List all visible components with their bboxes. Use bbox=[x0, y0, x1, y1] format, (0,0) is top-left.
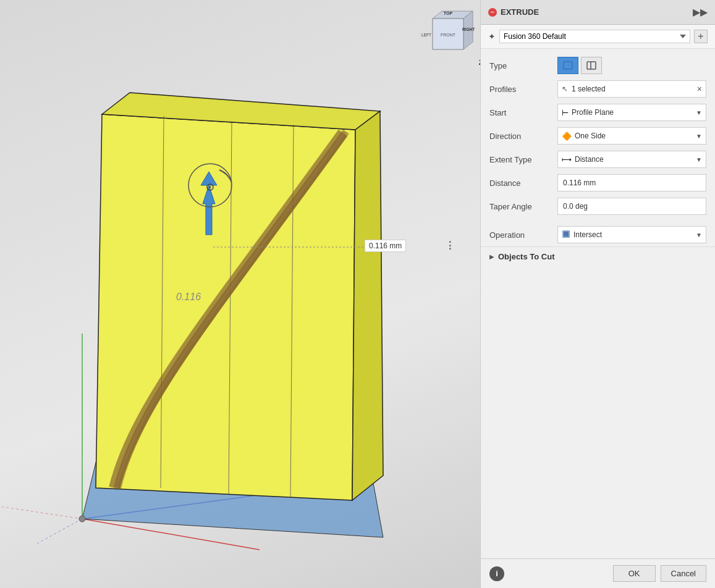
svg-point-19 bbox=[79, 516, 85, 522]
start-dropdown[interactable]: ⊢ Profile Plane ▼ bbox=[557, 104, 706, 121]
profiles-label: Profiles bbox=[489, 85, 557, 94]
svg-text:RIGHT: RIGHT bbox=[462, 27, 475, 32]
extent-type-control: ⟼ Distance ▼ bbox=[557, 151, 706, 168]
type-label: Type bbox=[489, 61, 557, 70]
start-row: Start ⊢ Profile Plane ▼ bbox=[481, 101, 715, 124]
profiles-field[interactable]: ↖ 1 selected × bbox=[557, 80, 706, 98]
operation-row: Operation Intersect ▼ bbox=[481, 223, 715, 246]
start-label: Start bbox=[489, 108, 557, 117]
scene-svg bbox=[0, 0, 482, 588]
preset-star-icon: ✦ bbox=[488, 32, 496, 41]
extent-type-dropdown-arrow-icon: ▼ bbox=[696, 156, 702, 163]
taper-angle-input[interactable] bbox=[557, 198, 706, 215]
svg-point-18 bbox=[209, 187, 211, 188]
extent-type-icon: ⟼ bbox=[562, 156, 572, 164]
footer-buttons: OK Cancel bbox=[613, 565, 706, 582]
taper-angle-row: Taper Angle bbox=[481, 195, 715, 218]
info-button[interactable]: i bbox=[489, 566, 504, 581]
panel-title: − EXTRUDE bbox=[488, 7, 539, 17]
svg-text:LEFT: LEFT bbox=[421, 33, 431, 37]
svg-text:TOP: TOP bbox=[444, 11, 453, 15]
cancel-button[interactable]: Cancel bbox=[661, 565, 706, 582]
operation-dropdown[interactable]: Intersect ▼ bbox=[557, 226, 706, 243]
direction-row: Direction 🔶 One Side ▼ bbox=[481, 124, 715, 148]
direction-value: One Side bbox=[575, 132, 696, 140]
extent-type-label: Extent Type bbox=[489, 155, 557, 164]
svg-rect-33 bbox=[587, 62, 596, 69]
type-surface-button[interactable] bbox=[581, 57, 602, 74]
direction-control: 🔶 One Side ▼ bbox=[557, 127, 706, 145]
extent-type-dropdown[interactable]: ⟼ Distance ▼ bbox=[557, 151, 706, 168]
objects-to-cut-row[interactable]: ▶ Objects To Cut bbox=[481, 246, 715, 266]
panel-title-icon: − bbox=[488, 8, 497, 17]
direction-icon: 🔶 bbox=[562, 132, 572, 141]
extrude-panel: − EXTRUDE ▶▶ ✦ Fusion 360 Default + Type bbox=[480, 0, 715, 588]
start-control: ⊢ Profile Plane ▼ bbox=[557, 104, 706, 121]
dimension-options-button[interactable]: ⋮ bbox=[445, 240, 455, 251]
start-icon: ⊢ bbox=[562, 108, 569, 117]
preset-dropdown[interactable]: Fusion 360 Default bbox=[499, 30, 690, 43]
type-solid-button[interactable] bbox=[557, 57, 578, 74]
operation-dropdown-arrow-icon: ▼ bbox=[696, 232, 702, 238]
direction-dropdown[interactable]: 🔶 One Side ▼ bbox=[557, 127, 706, 145]
dimension-label: 0.116 mm bbox=[365, 240, 406, 252]
extent-type-row: Extent Type ⟼ Distance ▼ bbox=[481, 148, 715, 171]
taper-angle-label: Taper Angle bbox=[489, 202, 557, 211]
operation-value: Intersect bbox=[573, 230, 696, 239]
start-dropdown-arrow-icon: ▼ bbox=[696, 109, 702, 116]
operation-label: Operation bbox=[489, 230, 557, 240]
shape-dimension-label: 0.116 bbox=[176, 292, 201, 303]
profiles-clear-button[interactable]: × bbox=[693, 84, 706, 94]
extent-type-value: Distance bbox=[575, 155, 696, 164]
preset-add-button[interactable]: + bbox=[694, 30, 708, 43]
start-value: Profile Plane bbox=[572, 108, 696, 117]
panel-footer: i OK Cancel bbox=[481, 558, 715, 588]
svg-line-3 bbox=[0, 506, 82, 519]
svg-line-4 bbox=[37, 519, 82, 544]
svg-marker-10 bbox=[352, 111, 383, 500]
operation-icon bbox=[562, 230, 570, 240]
viewport: 0.116 mm ⋮ 0.116 TOP RIGHT FRONT LEFT Z bbox=[0, 0, 482, 588]
profiles-value: 1 selected bbox=[572, 85, 693, 93]
type-row: Type bbox=[481, 54, 715, 77]
form-separator bbox=[481, 218, 715, 223]
distance-input[interactable] bbox=[557, 174, 706, 191]
viewcube[interactable]: TOP RIGHT FRONT LEFT Z bbox=[414, 6, 482, 74]
svg-rect-36 bbox=[564, 232, 569, 237]
distance-control bbox=[557, 174, 706, 191]
type-control bbox=[557, 57, 706, 74]
taper-angle-control bbox=[557, 198, 706, 215]
preset-row: ✦ Fusion 360 Default + bbox=[481, 25, 715, 49]
ok-button[interactable]: OK bbox=[613, 565, 656, 582]
svg-text:FRONT: FRONT bbox=[441, 33, 456, 37]
direction-label: Direction bbox=[489, 132, 557, 141]
objects-to-cut-arrow-icon: ▶ bbox=[489, 253, 494, 260]
panel-header: − EXTRUDE ▶▶ bbox=[481, 0, 715, 25]
profiles-row: Profiles ↖ 1 selected × bbox=[481, 77, 715, 101]
distance-row: Distance bbox=[481, 171, 715, 195]
svg-rect-31 bbox=[564, 62, 572, 69]
operation-control: Intersect ▼ bbox=[557, 226, 706, 243]
distance-label: Distance bbox=[489, 178, 557, 188]
profiles-cursor-icon: ↖ bbox=[558, 85, 572, 93]
objects-to-cut-label: Objects To Cut bbox=[498, 252, 554, 261]
profiles-control: ↖ 1 selected × bbox=[557, 80, 706, 98]
form-body: Type Profiles ↖ 1 selected bbox=[481, 49, 715, 558]
panel-forward-button[interactable]: ▶▶ bbox=[693, 6, 708, 18]
direction-dropdown-arrow-icon: ▼ bbox=[696, 133, 702, 140]
